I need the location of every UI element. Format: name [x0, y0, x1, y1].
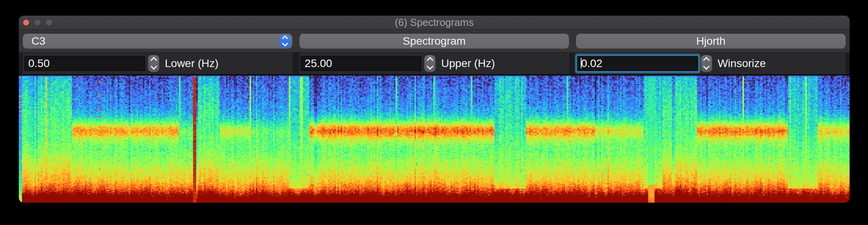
lower-hz-group: Lower (Hz) [23, 53, 293, 74]
winsorize-stepper[interactable] [701, 55, 712, 72]
lower-hz-wrap [24, 56, 145, 71]
winsorize-input[interactable] [577, 56, 698, 71]
lower-hz-label: Lower (Hz) [165, 57, 219, 70]
spectrogram-button[interactable]: Spectrogram [299, 34, 569, 49]
toolbar-row-2: Lower (Hz) Upper (Hz) Winsorize [19, 53, 850, 74]
channel-select[interactable]: C3 [23, 34, 292, 49]
lower-hz-stepper[interactable] [148, 55, 159, 72]
upper-hz-label: Upper (Hz) [441, 57, 495, 70]
window-title: (6) Spectrograms [19, 16, 850, 29]
chevron-down-icon [282, 40, 288, 47]
hjorth-button[interactable]: Hjorth [576, 34, 846, 49]
text-caret [581, 58, 582, 68]
dropdown-stepper-icon [280, 35, 290, 47]
stepper-up-icon [150, 57, 157, 64]
stepper-down-icon [427, 63, 433, 70]
stepper-up-icon [427, 57, 433, 64]
winsorize-group: Winsorize [576, 53, 846, 74]
toolbar-row-1: C3 Spectrogram Hjorth [19, 30, 850, 53]
lower-hz-input[interactable] [24, 56, 145, 71]
upper-hz-stepper[interactable] [424, 55, 436, 72]
stepper-down-icon [150, 63, 157, 70]
winsorize-label: Winsorize [718, 57, 766, 70]
winsorize-wrap [577, 56, 698, 71]
upper-hz-input[interactable] [301, 56, 421, 71]
spectrograms-window: (6) Spectrograms C3 Spectrogram Hjorth L… [19, 16, 850, 203]
spectrogram-frame [19, 74, 850, 203]
title-bar[interactable]: (6) Spectrograms [19, 16, 850, 30]
channel-select-value: C3 [31, 35, 46, 47]
upper-hz-group: Upper (Hz) [299, 53, 569, 74]
stepper-down-icon [703, 63, 710, 70]
stepper-up-icon [703, 57, 710, 64]
spectrogram-plot [19, 76, 850, 203]
upper-hz-wrap [301, 56, 421, 71]
